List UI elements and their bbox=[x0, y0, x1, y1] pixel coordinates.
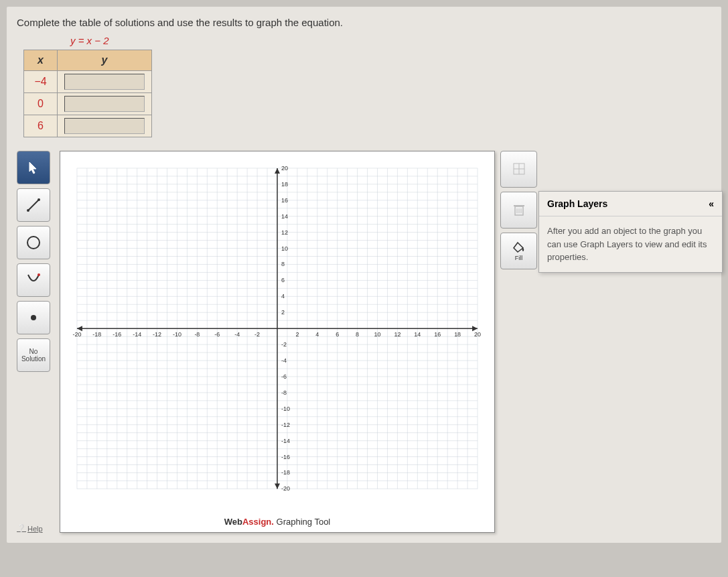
svg-text:-12: -12 bbox=[153, 331, 161, 338]
pointer-icon bbox=[28, 161, 39, 174]
svg-text:8: 8 bbox=[356, 331, 359, 338]
svg-text:-2: -2 bbox=[281, 341, 287, 348]
brand-web: Web bbox=[224, 517, 242, 527]
y-input[interactable] bbox=[64, 118, 145, 134]
svg-line-0 bbox=[28, 200, 39, 210]
fill-icon bbox=[512, 241, 526, 253]
graph-layers-panel: Graph Layers « After you add an object t… bbox=[538, 191, 723, 273]
svg-text:-10: -10 bbox=[173, 331, 181, 338]
delete-button[interactable] bbox=[500, 192, 537, 229]
table-row: −4 bbox=[24, 71, 152, 93]
fill-button[interactable]: Fill bbox=[500, 233, 537, 269]
y-input[interactable] bbox=[64, 96, 145, 112]
point-tool[interactable] bbox=[17, 301, 50, 334]
col-header-x: x bbox=[24, 50, 58, 71]
svg-text:16: 16 bbox=[434, 331, 441, 338]
equation-text: y = x − 2 bbox=[70, 35, 711, 46]
svg-text:-14: -14 bbox=[281, 438, 290, 444]
svg-text:-2: -2 bbox=[254, 331, 260, 338]
svg-text:-16: -16 bbox=[281, 454, 290, 460]
svg-text:8: 8 bbox=[281, 261, 285, 267]
svg-text:-20: -20 bbox=[72, 331, 81, 338]
svg-marker-92 bbox=[275, 168, 280, 174]
curve-icon bbox=[25, 272, 42, 288]
brand-assign: Assign. bbox=[242, 517, 274, 527]
brand-tool: Graphing Tool bbox=[274, 517, 330, 527]
svg-text:-12: -12 bbox=[281, 422, 290, 428]
svg-text:-4: -4 bbox=[281, 357, 287, 364]
svg-point-1 bbox=[27, 209, 29, 212]
coordinate-grid: -20-18-16-14-12-10-8-6-4-224681012141618… bbox=[67, 158, 488, 499]
svg-text:-8: -8 bbox=[281, 389, 287, 396]
svg-text:6: 6 bbox=[336, 331, 339, 338]
svg-text:-8: -8 bbox=[194, 331, 200, 338]
circle-tool[interactable] bbox=[17, 226, 50, 259]
left-toolbar: No Solution ❔ Help bbox=[17, 151, 54, 533]
svg-text:2: 2 bbox=[295, 331, 299, 338]
layers-header: Graph Layers « bbox=[539, 192, 722, 216]
svg-text:-4: -4 bbox=[234, 331, 240, 338]
y-input[interactable] bbox=[64, 74, 145, 90]
svg-text:12: 12 bbox=[394, 331, 401, 338]
svg-text:-6: -6 bbox=[281, 373, 287, 380]
curve-tool[interactable] bbox=[17, 263, 50, 297]
svg-text:-14: -14 bbox=[133, 331, 141, 338]
svg-text:-18: -18 bbox=[92, 331, 101, 338]
svg-text:20: 20 bbox=[474, 331, 481, 338]
trash-icon bbox=[513, 203, 525, 216]
solutions-table: x y −4 0 6 bbox=[23, 50, 152, 137]
svg-text:14: 14 bbox=[414, 331, 421, 338]
table-row: 6 bbox=[24, 115, 152, 137]
collapse-icon[interactable]: « bbox=[709, 198, 714, 209]
svg-rect-138 bbox=[514, 205, 524, 206]
svg-point-4 bbox=[38, 273, 40, 276]
circle-icon bbox=[25, 235, 42, 251]
help-icon: ❔ bbox=[17, 524, 26, 533]
svg-point-3 bbox=[27, 237, 40, 249]
layers-title: Graph Layers bbox=[547, 198, 607, 209]
branding-text: WebAssign. Graphing Tool bbox=[224, 517, 331, 527]
svg-text:12: 12 bbox=[281, 229, 288, 236]
svg-text:-20: -20 bbox=[281, 485, 290, 492]
svg-text:20: 20 bbox=[281, 165, 288, 172]
graph-button[interactable] bbox=[500, 151, 537, 188]
graph-icon bbox=[512, 162, 526, 176]
help-link[interactable]: ❔ Help bbox=[17, 524, 54, 533]
x-value: −4 bbox=[24, 71, 58, 93]
svg-text:10: 10 bbox=[281, 245, 288, 252]
instruction-text: Complete the table of solutions and use … bbox=[17, 17, 711, 28]
point-icon bbox=[25, 310, 42, 326]
svg-text:18: 18 bbox=[281, 181, 288, 188]
pointer-tool[interactable] bbox=[17, 151, 50, 184]
right-toolbar: Fill bbox=[500, 151, 544, 533]
svg-point-5 bbox=[31, 315, 36, 320]
no-solution-tool[interactable]: No Solution bbox=[17, 338, 50, 372]
svg-text:14: 14 bbox=[281, 213, 288, 220]
svg-text:-16: -16 bbox=[113, 331, 121, 338]
svg-marker-93 bbox=[275, 483, 280, 489]
x-value: 6 bbox=[24, 115, 58, 137]
svg-text:4: 4 bbox=[315, 331, 319, 338]
help-label: Help bbox=[27, 525, 43, 533]
svg-text:18: 18 bbox=[454, 331, 461, 338]
svg-text:-6: -6 bbox=[214, 331, 220, 338]
svg-marker-91 bbox=[77, 326, 82, 331]
svg-text:6: 6 bbox=[281, 277, 285, 283]
svg-text:16: 16 bbox=[281, 197, 288, 204]
svg-point-2 bbox=[38, 198, 40, 201]
x-value: 0 bbox=[24, 93, 58, 115]
svg-text:-18: -18 bbox=[281, 469, 290, 476]
graph-canvas[interactable]: -20-18-16-14-12-10-8-6-4-224681012141618… bbox=[60, 151, 495, 533]
svg-text:4: 4 bbox=[281, 293, 285, 300]
svg-text:10: 10 bbox=[374, 331, 381, 338]
table-row: 0 bbox=[24, 93, 152, 115]
svg-text:2: 2 bbox=[281, 309, 285, 316]
layers-body-text: After you add an object to the graph you… bbox=[539, 216, 722, 272]
line-tool[interactable] bbox=[17, 188, 50, 222]
svg-marker-90 bbox=[472, 326, 478, 331]
line-icon bbox=[25, 197, 42, 213]
svg-text:-10: -10 bbox=[281, 405, 290, 412]
col-header-y: y bbox=[58, 50, 152, 71]
fill-btn-label: Fill bbox=[515, 255, 523, 261]
